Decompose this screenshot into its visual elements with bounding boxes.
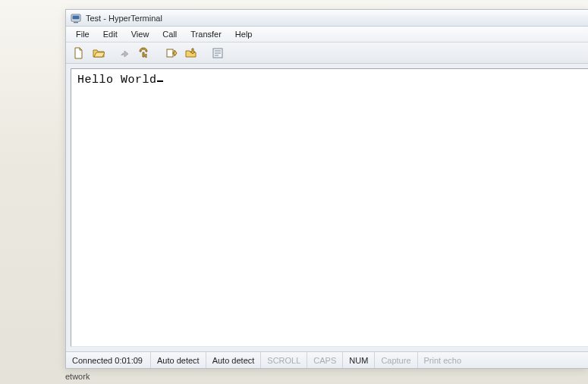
menu-file[interactable]: File (69, 27, 96, 41)
menu-call[interactable]: Call (156, 27, 184, 41)
status-autodetect-1: Auto detect (151, 352, 206, 368)
send-icon (165, 47, 178, 59)
receive-icon (185, 47, 197, 59)
svg-rect-3 (167, 49, 173, 57)
desktop-background: etwork Test - HyperTerminal File Edit Vi… (0, 0, 588, 384)
properties-button[interactable] (209, 45, 226, 61)
send-button[interactable] (163, 45, 180, 61)
status-connected: Connected 0:01:09 (66, 352, 151, 368)
app-icon (71, 13, 81, 24)
connect-button[interactable] (117, 45, 134, 61)
new-file-button[interactable] (71, 45, 87, 61)
menu-view[interactable]: View (124, 27, 156, 41)
status-printecho: Print echo (418, 352, 588, 368)
receive-button[interactable] (183, 45, 200, 61)
hyperterminal-window: Test - HyperTerminal File Edit View Call… (65, 9, 588, 369)
terminal-output: Hello World (77, 74, 163, 87)
window-title: Test - HyperTerminal (86, 14, 162, 23)
status-caps: CAPS (307, 352, 343, 368)
status-capture: Capture (375, 352, 417, 368)
svg-rect-2 (74, 22, 78, 23)
menu-edit[interactable]: Edit (96, 27, 124, 41)
menu-transfer[interactable]: Transfer (184, 27, 228, 41)
toolbar (66, 42, 588, 64)
desktop-partial-label: etwork (65, 372, 90, 381)
connect-icon (119, 47, 131, 59)
statusbar: Connected 0:01:09 Auto detect Auto detec… (66, 351, 588, 368)
status-scroll: SCROLL (261, 352, 307, 368)
open-file-icon (93, 47, 105, 59)
properties-icon (212, 47, 224, 59)
status-autodetect-2: Auto detect (206, 352, 262, 368)
disconnect-button[interactable] (137, 45, 153, 61)
new-file-icon (73, 47, 85, 59)
menubar: File Edit View Call Transfer Help (66, 27, 588, 42)
open-file-button[interactable] (90, 45, 107, 61)
terminal-pane[interactable]: Hello World (71, 68, 588, 347)
svg-rect-1 (73, 15, 80, 19)
status-num: NUM (343, 352, 375, 368)
client-area: Hello World (66, 64, 588, 351)
disconnect-icon (139, 47, 151, 59)
titlebar[interactable]: Test - HyperTerminal (66, 10, 588, 27)
text-cursor (157, 80, 163, 82)
menu-help[interactable]: Help (228, 27, 259, 41)
